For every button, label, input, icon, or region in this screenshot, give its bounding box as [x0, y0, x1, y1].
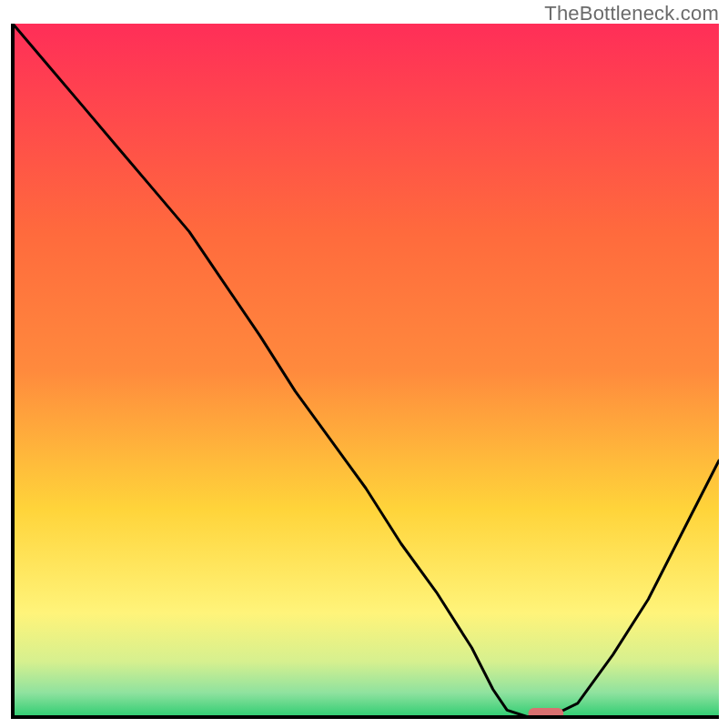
- gradient-background: [13, 24, 719, 717]
- watermark-text: TheBottleneck.com: [544, 2, 719, 25]
- bottleneck-chart: [9, 24, 719, 721]
- chart-container: [9, 24, 719, 721]
